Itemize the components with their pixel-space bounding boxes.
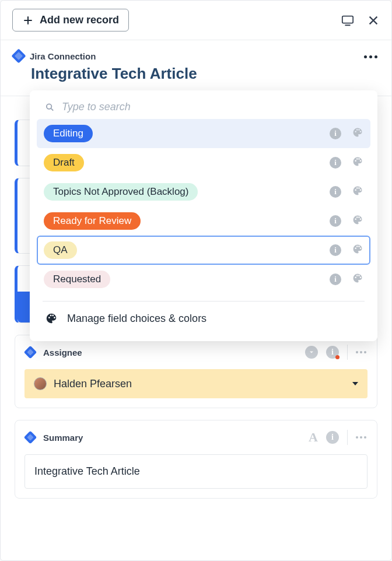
info-icon[interactable]: i: [330, 215, 341, 227]
chevron-down-icon: [352, 382, 358, 385]
field-menu-button[interactable]: [356, 436, 366, 439]
info-icon[interactable]: i: [326, 346, 339, 359]
search-icon: [45, 102, 55, 113]
header-menu-button[interactable]: [363, 51, 379, 63]
field-menu-button[interactable]: [356, 351, 366, 353]
palette-icon[interactable]: [352, 156, 363, 170]
option-draft[interactable]: Draft i: [37, 148, 370, 177]
page-title: Integrative Tech Article: [31, 65, 197, 83]
palette-icon[interactable]: [352, 185, 363, 199]
option-requested[interactable]: Requested i: [37, 265, 370, 294]
palette-icon[interactable]: [352, 243, 363, 257]
option-qa[interactable]: QA i: [37, 236, 370, 265]
option-ready-for-review[interactable]: Ready for Review i: [37, 206, 370, 236]
divider: [347, 430, 348, 445]
alert-dot-icon: [335, 355, 340, 359]
connection-label: Jira Connection: [30, 51, 96, 61]
info-icon[interactable]: i: [326, 431, 339, 444]
info-icon[interactable]: i: [330, 157, 341, 169]
svg-point-1: [47, 104, 52, 109]
close-icon[interactable]: [367, 14, 380, 27]
jira-icon: [24, 431, 37, 444]
manage-choices-button[interactable]: Manage field choices & colors: [30, 308, 377, 328]
pill-label: Ready for Review: [44, 212, 141, 230]
palette-icon: [45, 312, 58, 325]
summary-label: Summary: [43, 433, 83, 443]
info-icon[interactable]: i: [330, 274, 341, 285]
expand-icon[interactable]: [305, 346, 318, 359]
info-icon[interactable]: i: [330, 244, 341, 256]
svg-rect-0: [342, 16, 353, 23]
info-icon[interactable]: i: [330, 128, 341, 139]
assignee-card: Assignee i Halden Pfearsen: [15, 335, 377, 408]
text-type-icon: A: [309, 430, 318, 445]
assignee-select[interactable]: Halden Pfearsen: [24, 369, 368, 398]
pill-label: Topics Not Approved (Backlog): [44, 183, 198, 201]
add-record-button[interactable]: Add new record: [12, 9, 129, 31]
summary-card: Summary A i Integrative Tech Article: [15, 420, 377, 499]
palette-icon[interactable]: [352, 127, 363, 141]
option-topics-not-approved[interactable]: Topics Not Approved (Backlog) i: [37, 177, 370, 206]
option-editing[interactable]: Editing i: [37, 119, 370, 148]
search-input[interactable]: [62, 101, 362, 113]
jira-icon: [24, 346, 37, 359]
pill-label: QA: [44, 241, 77, 259]
status-dropdown: Editing i Draft i Topics Not Approved (B…: [30, 90, 377, 341]
divider: [43, 301, 365, 301]
avatar: [34, 377, 47, 390]
add-record-label: Add new record: [40, 14, 119, 26]
info-icon[interactable]: i: [330, 186, 341, 198]
assignee-value: Halden Pfearsen: [54, 378, 132, 390]
jira-icon: [11, 48, 26, 63]
divider: [347, 345, 348, 360]
summary-input[interactable]: Integrative Tech Article: [24, 454, 368, 489]
display-icon[interactable]: [341, 14, 354, 27]
pill-label: Editing: [44, 125, 93, 142]
pill-label: Draft: [44, 154, 84, 171]
palette-icon[interactable]: [352, 214, 363, 228]
palette-icon[interactable]: [352, 272, 363, 286]
plus-icon: [22, 15, 34, 26]
pill-label: Requested: [44, 271, 110, 288]
assignee-label: Assignee: [43, 348, 82, 357]
manage-choices-label: Manage field choices & colors: [67, 313, 206, 325]
